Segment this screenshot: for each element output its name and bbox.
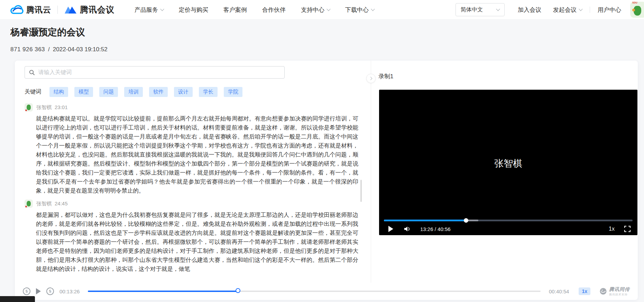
page-header: 杨睿灏预定的会议 871 926 363 / 2022-04-03 19:10:… <box>10 26 108 53</box>
video-play-button[interactable] <box>388 226 393 232</box>
meeting-datetime: 2022-04-03 19:10:52 <box>53 46 108 53</box>
collapse-panel-button[interactable] <box>366 74 376 83</box>
speaker-meta: 张智棋 23:01 <box>36 104 68 111</box>
avatar-dot <box>25 109 27 111</box>
tencent-tsi-brand: 腾讯同传 腾讯技术支持 <box>599 286 630 296</box>
nav-item-cases[interactable]: 客户案例 <box>223 6 247 14</box>
nav-item-download[interactable]: 下载中心 <box>345 6 374 14</box>
video-playback-rate[interactable]: 1x <box>609 226 615 232</box>
volume-icon[interactable] <box>404 225 411 232</box>
keyword-tag[interactable]: 学长 <box>199 87 218 97</box>
join-meeting-link[interactable]: 加入会议 <box>518 6 541 14</box>
timeline-fill <box>88 291 237 292</box>
search-box <box>25 66 285 79</box>
speaker-meta: 张智棋 24:45 <box>36 201 68 207</box>
chevron-down-icon <box>579 7 582 11</box>
nav-item-partners[interactable]: 合作伙伴 <box>262 6 286 14</box>
keywords-label: 关键词 <box>25 88 41 96</box>
nav-item-products[interactable]: 产品服务 <box>135 6 164 14</box>
speaker-avatar <box>25 103 33 112</box>
chevron-right-icon <box>369 77 372 80</box>
tsi-brand-text: 腾讯同传 腾讯技术支持 <box>609 286 630 296</box>
video-progress-thumb[interactable] <box>464 218 468 223</box>
video-player[interactable]: 张智棋 13:26 / 40:56 1x <box>379 90 637 235</box>
tencent-meeting-logo[interactable]: 腾讯会议 <box>64 4 114 15</box>
meeting-meta: 871 926 363 / 2022-04-03 19:10:52 <box>10 46 108 53</box>
keyword-tag[interactable]: 问题 <box>99 87 118 97</box>
playback-rate-badge[interactable]: 1x <box>579 287 590 295</box>
tsi-brand-sub: 腾讯技术支持 <box>609 293 630 296</box>
language-value: 简体中文 <box>461 6 483 14</box>
start-meeting-link[interactable]: 发起会议 <box>553 6 582 14</box>
tencent-cloud-label: 腾讯云 <box>26 5 51 15</box>
search-input[interactable] <box>38 69 280 76</box>
keyword-tag[interactable]: 软件 <box>149 87 168 97</box>
playback-bar: 5 5 00:13:26 00:40:54 1x 腾讯同传 腾讯技术支持 <box>15 283 638 300</box>
video-time-display: 13:26 / 40:56 <box>420 226 451 232</box>
speaker-avatar <box>25 199 33 208</box>
avatar-figure <box>27 201 31 206</box>
nav-item-pricing[interactable]: 定价与购买 <box>179 6 208 14</box>
meeting-icon <box>64 5 77 15</box>
avatar-badge: SDU <box>632 1 637 4</box>
meta-separator: / <box>48 46 50 53</box>
transcript-panel[interactable]: 张智棋 23:01 就是结构赛就是可以。就是学院可以比较提前，提前那么两个月左右… <box>25 103 372 275</box>
tencent-cloud-logo[interactable]: 腾讯云 <box>10 5 51 15</box>
page-title: 杨睿灏预定的会议 <box>10 26 108 38</box>
search-icon <box>29 70 35 76</box>
transcript-entry-header: 张智棋 24:45 <box>25 199 372 208</box>
video-controls: 13:26 / 40:56 1x <box>384 224 633 234</box>
speaker-name: 张智棋 <box>36 104 52 111</box>
speech-text[interactable]: 都是漏洞，都可以做对，这也是为什么我初赛包括复赛就是问了很多，就是无论是太原理工… <box>36 210 358 273</box>
avatar-dot <box>632 9 635 11</box>
chevron-down-icon <box>496 7 500 11</box>
recording-title: 录制1 <box>378 72 393 80</box>
language-select[interactable]: 简体中文 <box>456 3 505 16</box>
fullscreen-icon[interactable] <box>624 226 631 232</box>
main-nav: 产品服务 定价与购买 客户案例 合作伙伴 支持中心 下载中心 <box>135 6 374 14</box>
user-center-link[interactable]: 用户中心 <box>598 6 621 14</box>
speech-timestamp[interactable]: 23:01 <box>55 104 68 111</box>
video-speaker-name: 张智棋 <box>379 157 637 170</box>
transcript-entry: 张智棋 23:01 就是结构赛就是可以。就是学院可以比较提前，提前那么两个月左右… <box>25 103 372 195</box>
top-nav: 腾讯云 腾讯会议 产品服务 定价与购买 客户案例 合作伙伴 支持中心 下载中心 … <box>0 0 644 20</box>
tsi-brand-name: 腾讯同传 <box>609 286 630 293</box>
chevron-down-icon <box>371 7 375 11</box>
keyword-tag[interactable]: 设计 <box>174 87 193 97</box>
video-progress-track[interactable] <box>384 220 633 221</box>
tencent-meeting-label: 腾讯会议 <box>80 4 114 15</box>
speaker-name: 张智棋 <box>36 201 52 207</box>
forward-5s-button[interactable]: 5 <box>46 287 54 295</box>
speech-text[interactable]: 就是结构赛就是可以。就是学院可以比较提前，提前那么两个月左右就开始每周都对。有意… <box>36 114 358 195</box>
nav-divider <box>57 6 58 14</box>
panel-divider <box>371 61 371 283</box>
meeting-id: 871 926 363 <box>10 46 45 53</box>
cloud-icon <box>10 5 24 15</box>
tsi-logo-icon <box>599 287 607 295</box>
keywords-row: 关键词 结构 模型 问题 培训 软件 设计 学长 学院 <box>25 87 242 97</box>
keyword-tags: 结构 模型 问题 培训 软件 设计 学长 学院 <box>49 87 242 97</box>
avatar-figure <box>27 105 31 110</box>
avatar[interactable]: SDU <box>630 2 644 18</box>
transcript-entry: 张智棋 24:45 都是漏洞，都可以做对，这也是为什么我初赛包括复赛就是问了很多… <box>25 199 372 273</box>
rewind-5s-button[interactable]: 5 <box>23 287 30 295</box>
chevron-down-icon <box>326 7 330 11</box>
timeline-slider[interactable] <box>88 291 541 292</box>
browser-status-bar <box>0 296 35 302</box>
keyword-tag[interactable]: 模型 <box>74 87 93 97</box>
transcript-entry-header: 张智棋 23:01 <box>25 103 372 112</box>
nav-divider <box>590 7 590 13</box>
current-time: 00:13:26 <box>59 288 80 294</box>
total-time: 00:40:54 <box>549 288 569 294</box>
avatar-dot <box>25 206 27 207</box>
chevron-down-icon <box>160 7 164 11</box>
speech-timestamp[interactable]: 24:45 <box>55 201 68 207</box>
scrollbar-thumb[interactable] <box>360 180 362 202</box>
main-card: 关键词 结构 模型 问题 培训 软件 设计 学长 学院 张智棋 23:01 <box>15 61 638 300</box>
timeline-thumb[interactable] <box>236 288 240 293</box>
keyword-tag[interactable]: 结构 <box>49 87 68 97</box>
keyword-tag[interactable]: 学院 <box>224 87 242 97</box>
nav-item-support[interactable]: 支持中心 <box>301 6 330 14</box>
keyword-tag[interactable]: 培训 <box>124 87 143 97</box>
play-button[interactable] <box>36 288 41 294</box>
